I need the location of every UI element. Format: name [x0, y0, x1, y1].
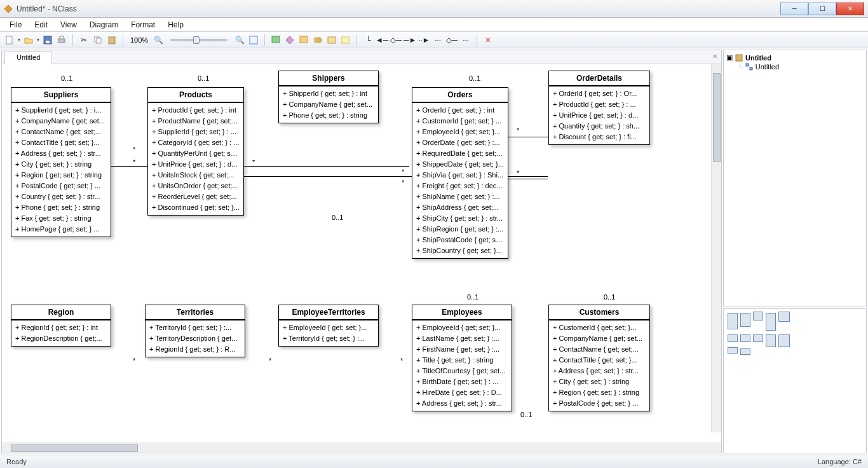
new-icon[interactable] [4, 34, 15, 46]
cut-icon[interactable]: ✂ [78, 34, 90, 46]
class-member: + CustomerId { get; set; }... [553, 322, 646, 333]
menu-view[interactable]: View [55, 19, 83, 31]
class-member: + ContactTitle { get; set; }... [15, 137, 107, 148]
class-member: + CompanyName { get; set... [553, 333, 646, 344]
class-member: + RequiredDate { get; set;... [416, 148, 504, 159]
class-member: + Phone { get; set; } : string [15, 202, 107, 213]
class-member: + LastName { get; set; } :... [416, 333, 508, 344]
class-member: + Title { get; set; } : string [416, 355, 508, 366]
canvas-area: Untitled ✕ 0..1 0..1 0..1 0..1 0..1 0..1… [1, 50, 722, 453]
class-member: + UnitsOnOrder { get; set;... [152, 181, 240, 191]
class-member: + OrderId { get; set; } : Or... [553, 88, 646, 99]
class-body: + OrderId { get; set; } : int+ CustomerI… [412, 103, 508, 258]
save-icon[interactable] [42, 34, 53, 46]
tab-label: Untitled [17, 53, 40, 61]
class-member: + ShipAddress { get; set;... [416, 202, 504, 213]
class-member: + City { get; set; } : string [553, 376, 646, 387]
class-member: + ShipCity { get; set; } : str... [416, 213, 504, 224]
zoom-slider[interactable] [170, 39, 227, 41]
expand-icon[interactable]: ▣ [726, 53, 733, 62]
class-shippers[interactable]: Shippers + ShipperId { get; set; } : int… [278, 71, 379, 123]
zoom-in-icon[interactable]: 🔍 [234, 34, 245, 46]
class-member: + ProductId { get; set; } : ... [553, 99, 646, 110]
class-territories[interactable]: Territories + TerritoryId { get; set; } … [145, 305, 245, 357]
minimap[interactable] [723, 308, 867, 453]
tab-untitled[interactable]: Untitled [4, 52, 52, 64]
class-header: Customers [549, 305, 649, 320]
horizontal-scrollbar[interactable] [2, 443, 721, 453]
minimize-button[interactable]: ─ [780, 3, 808, 15]
tree-root[interactable]: ▣ Untitled [726, 53, 864, 62]
class-employees[interactable]: Employees + EmployeeId { get; set; }...+… [412, 305, 512, 411]
conn-general-icon[interactable]: ··► [418, 34, 430, 46]
class-customers[interactable]: Customers + CustomerId { get; set; }...+… [548, 305, 650, 411]
app-icon [4, 4, 13, 13]
separator [264, 34, 265, 46]
menu-help[interactable]: Help [162, 19, 189, 31]
vertical-scrollbar[interactable] [711, 64, 721, 432]
separator [356, 34, 357, 46]
tool-delegate-icon[interactable] [326, 34, 337, 46]
class-member: + RegionId { get; set; } : R... [149, 344, 241, 355]
tree-child-label: Untitled [756, 63, 779, 71]
class-member: + ContactName { get; set;... [553, 344, 646, 355]
class-member: + Freight { get; set; } : dec... [416, 181, 504, 191]
diagram-canvas[interactable]: 0..1 0..1 0..1 0..1 0..1 0..1 0..1 * * *… [2, 64, 721, 443]
conn-direct-icon[interactable]: ◄─ [376, 34, 388, 46]
class-body: + OrderId { get; set; } : Or...+ Product… [549, 86, 649, 144]
class-member: + UnitPrice { get; set; } : d... [553, 110, 646, 121]
conn-compose-icon[interactable]: ─► [404, 34, 416, 46]
open-icon[interactable] [23, 34, 34, 46]
class-member: + Region { get; set; } : string [553, 387, 646, 398]
tool-enum-icon[interactable] [312, 34, 323, 46]
class-header: Orders [412, 88, 508, 102]
maximize-button[interactable]: ☐ [808, 3, 836, 15]
multiplicity-star: * [133, 158, 135, 166]
class-body: + TerritoryId { get; set; } :...+ Territ… [146, 320, 245, 357]
copy-icon[interactable] [92, 34, 104, 46]
svg-marker-11 [286, 36, 294, 44]
class-orders[interactable]: Orders + OrderId { get; set; } : int+ Cu… [412, 87, 508, 259]
menu-format[interactable]: Format [125, 19, 161, 31]
close-button[interactable]: ✕ [836, 3, 864, 15]
class-orderdetails[interactable]: OrderDetails + OrderId { get; set; } : O… [548, 71, 650, 145]
tab-close-icon[interactable]: ✕ [712, 53, 717, 60]
conn-aggreg-icon[interactable]: ◇─ [390, 34, 402, 46]
print-icon[interactable] [56, 34, 67, 46]
tool-interface-icon[interactable] [284, 34, 295, 46]
conn-assoc-icon[interactable]: └ [362, 34, 374, 46]
menubar: File Edit View Diagram Format Help [0, 18, 868, 32]
conn-nest-icon[interactable]: ··· [460, 34, 471, 46]
tool-comment-icon[interactable] [340, 34, 351, 46]
zoom-value: 100% [128, 36, 150, 44]
multiplicity-star: * [402, 179, 404, 186]
fit-icon[interactable] [248, 34, 259, 46]
class-suppliers[interactable]: Suppliers + SupplierId { get; set; } : i… [11, 87, 111, 237]
zoom-out-icon[interactable]: 🔍 [153, 34, 164, 46]
class-member: + CategoryId { get; set; } : ... [152, 137, 240, 148]
menu-file[interactable]: File [4, 19, 27, 31]
class-body: + RegionId { get; set; } : int+ RegionDe… [11, 320, 111, 346]
tool-struct-icon[interactable] [298, 34, 309, 46]
tool-class-icon[interactable] [270, 34, 281, 46]
class-member: + UnitPrice { get; set; } : d... [152, 159, 240, 170]
multiplicity-label: 0..1 [61, 74, 72, 82]
class-region[interactable]: Region + RegionId { get; set; } : int+ R… [11, 305, 111, 347]
class-products[interactable]: Products + ProductId { get; set; } : int… [147, 87, 244, 216]
conn-realize-icon[interactable]: ··· [432, 34, 444, 46]
class-member: + Quantity { get; set; } : sh... [553, 121, 646, 132]
svg-rect-3 [46, 41, 50, 43]
class-member: + SupplierId { get; set; } : i... [15, 105, 107, 116]
delete-icon[interactable]: ✕ [482, 34, 494, 46]
class-member: + CompanyName { get; set... [283, 99, 374, 110]
class-employee-territories[interactable]: EmployeeTerritories + EmployeeId { get; … [278, 305, 379, 347]
tree-child[interactable]: └ Untitled [738, 62, 864, 71]
menu-diagram[interactable]: Diagram [84, 19, 124, 31]
tree-root-label: Untitled [745, 54, 771, 62]
svg-rect-8 [109, 37, 115, 44]
paste-icon[interactable] [106, 34, 118, 46]
conn-depend-icon[interactable]: ◇─ [446, 34, 458, 46]
class-member: + ShipRegion { get; set; } :... [416, 224, 504, 235]
menu-edit[interactable]: Edit [29, 19, 53, 31]
project-tree[interactable]: ▣ Untitled └ Untitled [723, 50, 867, 306]
